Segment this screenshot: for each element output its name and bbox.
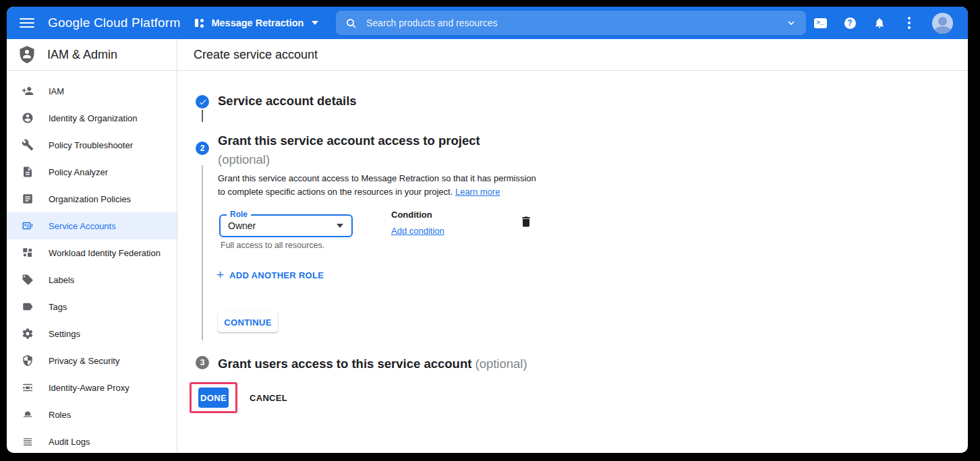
service-account-badge-icon (22, 220, 34, 232)
sidebar-item-workload-identity-federation[interactable]: Workload Identity Federation (7, 239, 177, 266)
project-name: Message Retraction (211, 18, 304, 28)
browser-viewport: Google Cloud Platform Message Retraction… (7, 7, 968, 453)
top-app-bar: Google Cloud Platform Message Retraction… (7, 7, 968, 39)
notifications-icon[interactable] (873, 16, 886, 30)
wrench-icon (22, 139, 34, 151)
sidebar-item-audit-logs[interactable]: Audit Logs (7, 428, 177, 453)
sidebar-item-iam[interactable]: IAM (7, 78, 177, 104)
sidebar-title: IAM & Admin (47, 48, 117, 62)
article-icon (22, 193, 34, 205)
check-icon (198, 98, 207, 106)
role-helper-text: Full access to all resources. (221, 241, 324, 250)
sidebar-item-labels[interactable]: Labels (7, 266, 177, 293)
brand-title: Google Cloud Platform (48, 16, 180, 30)
select-caret-icon (337, 224, 343, 228)
step2-description: Grant this service account access to Mes… (218, 172, 536, 199)
step3-optional-label: (optional) (475, 357, 527, 371)
step2-connector (202, 165, 203, 340)
help-icon[interactable]: ? (843, 16, 857, 30)
page-title: Create service account (194, 48, 318, 62)
topbar-actions: >_ ? (813, 7, 968, 39)
sidebar-item-tags[interactable]: Tags (7, 293, 177, 320)
gear-icon (22, 328, 34, 340)
tag-icon (22, 274, 34, 286)
sidebar-item-service-accounts[interactable]: Service Accounts (7, 212, 177, 239)
sidebar-item-roles[interactable]: Roles (7, 401, 177, 428)
step1-title: Service account details (218, 94, 357, 109)
caret-down-icon (312, 21, 318, 25)
search-placeholder: Search products and resources (366, 18, 786, 28)
step2-indicator: 2 (196, 142, 209, 155)
annotation-highlight-box: DONE (190, 382, 237, 413)
shield-icon (22, 355, 34, 367)
sidebar-item-identity-organization[interactable]: Identity & Organization (7, 104, 177, 131)
person-circle-icon (22, 112, 34, 124)
more-vert-icon[interactable] (902, 16, 916, 30)
role-select-value: Owner (228, 220, 337, 231)
main-header: Create service account (177, 39, 968, 71)
continue-button[interactable]: CONTINUE (218, 312, 278, 332)
cancel-button[interactable]: CANCEL (250, 387, 287, 408)
search-icon (345, 18, 357, 29)
step2-optional-label: (optional) (218, 152, 270, 167)
label-arrow-icon (22, 301, 34, 313)
sidebar-item-organization-policies[interactable]: Organization Policies (7, 185, 177, 212)
project-icon (195, 18, 206, 28)
hat-icon (22, 408, 34, 421)
done-button[interactable]: DONE (198, 388, 229, 408)
role-select-label: Role (227, 210, 251, 219)
add-another-role-button[interactable]: + ADD ANOTHER ROLE (217, 270, 324, 280)
step3-indicator: 3 (196, 356, 209, 369)
document-lines-icon (22, 166, 34, 178)
proxy-rows-icon (22, 381, 34, 394)
step3-title: Grant users access to this service accou… (218, 357, 527, 371)
role-select[interactable]: Role Owner (219, 214, 353, 237)
learn-more-link[interactable]: Learn more (455, 187, 500, 197)
sidebar-header: IAM & Admin (7, 39, 177, 71)
trash-icon[interactable] (519, 215, 533, 228)
main-pane: Create service account Service account d… (177, 39, 968, 453)
step2-title: Grant this service account access to pro… (218, 133, 480, 148)
person-add-icon (22, 85, 34, 97)
step-connector (202, 110, 203, 122)
sidebar-item-policy-analyzer[interactable]: Policy Analyzer (7, 158, 177, 185)
cloud-shell-icon[interactable]: >_ (813, 16, 827, 30)
sidebar-item-privacy-security[interactable]: Privacy & Security (7, 347, 177, 374)
plus-icon: + (217, 270, 224, 280)
sidebar-item-settings[interactable]: Settings (7, 320, 177, 347)
sidebar-nav: IAM Identity & Organization Policy Troub… (7, 71, 177, 453)
sidebar-item-identity-aware-proxy[interactable]: Identity-Aware Proxy (7, 374, 177, 401)
sidebar: IAM & Admin IAM Identity & Organization … (7, 39, 177, 453)
avatar[interactable] (932, 13, 953, 34)
iam-admin-shield-icon (18, 45, 36, 64)
create-service-account-form: Service account details 2 Grant this ser… (177, 71, 968, 453)
project-switcher[interactable]: Message Retraction (195, 18, 318, 28)
chevron-down-icon[interactable] (786, 18, 797, 28)
sidebar-item-policy-troubleshooter[interactable]: Policy Troubleshooter (7, 131, 177, 158)
menu-icon[interactable] (20, 18, 34, 28)
squares-mosaic-icon (22, 247, 34, 259)
step1-complete-indicator (196, 95, 209, 109)
search-input[interactable]: Search products and resources (336, 11, 806, 35)
condition-label: Condition (391, 210, 432, 220)
add-condition-link[interactable]: Add condition (391, 226, 444, 236)
list-lines-icon (22, 435, 34, 448)
